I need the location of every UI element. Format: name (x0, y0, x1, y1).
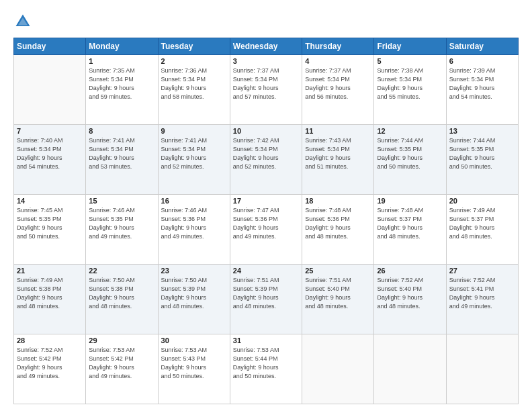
calendar-cell: 5Sunrise: 7:38 AM Sunset: 5:34 PM Daylig… (374, 55, 446, 125)
header-thursday: Thursday (302, 38, 374, 55)
day-info: Sunrise: 7:35 AM Sunset: 5:34 PM Dayligh… (89, 66, 154, 101)
header-friday: Friday (374, 38, 446, 55)
day-info: Sunrise: 7:51 AM Sunset: 5:40 PM Dayligh… (305, 276, 371, 311)
day-number: 28 (17, 336, 83, 345)
calendar-cell: 11Sunrise: 7:43 AM Sunset: 5:34 PM Dayli… (302, 125, 374, 195)
calendar-cell: 8Sunrise: 7:41 AM Sunset: 5:34 PM Daylig… (86, 125, 158, 195)
header-sunday: Sunday (14, 38, 86, 55)
day-info: Sunrise: 7:38 AM Sunset: 5:34 PM Dayligh… (377, 66, 443, 101)
day-number: 20 (449, 197, 515, 205)
header-monday: Monday (86, 38, 158, 55)
day-number: 18 (305, 197, 371, 205)
week-row-0: 1Sunrise: 7:35 AM Sunset: 5:34 PM Daylig… (14, 55, 519, 125)
page: Sunday Monday Tuesday Wednesday Thursday… (0, 0, 532, 411)
day-number: 4 (305, 57, 371, 65)
calendar-table: Sunday Monday Tuesday Wednesday Thursday… (13, 38, 519, 404)
calendar-cell (374, 334, 446, 404)
calendar-cell: 28Sunrise: 7:52 AM Sunset: 5:42 PM Dayli… (14, 334, 86, 404)
calendar-cell: 27Sunrise: 7:52 AM Sunset: 5:41 PM Dayli… (446, 265, 518, 334)
logo (13, 12, 35, 31)
calendar-cell: 18Sunrise: 7:48 AM Sunset: 5:36 PM Dayli… (302, 195, 374, 265)
day-info: Sunrise: 7:48 AM Sunset: 5:36 PM Dayligh… (305, 206, 371, 241)
day-number: 22 (89, 267, 154, 275)
generalblue-icon (13, 12, 32, 31)
day-info: Sunrise: 7:52 AM Sunset: 5:40 PM Dayligh… (377, 276, 443, 311)
day-info: Sunrise: 7:44 AM Sunset: 5:35 PM Dayligh… (449, 136, 515, 171)
day-info: Sunrise: 7:43 AM Sunset: 5:34 PM Dayligh… (305, 136, 371, 171)
day-number: 24 (233, 267, 299, 275)
day-number: 29 (89, 336, 154, 345)
day-info: Sunrise: 7:46 AM Sunset: 5:36 PM Dayligh… (161, 206, 227, 241)
day-info: Sunrise: 7:41 AM Sunset: 5:34 PM Dayligh… (161, 136, 227, 171)
calendar-cell: 23Sunrise: 7:50 AM Sunset: 5:39 PM Dayli… (158, 265, 230, 334)
day-number: 30 (161, 336, 227, 345)
calendar-cell: 7Sunrise: 7:40 AM Sunset: 5:34 PM Daylig… (14, 125, 86, 195)
calendar-cell: 2Sunrise: 7:36 AM Sunset: 5:34 PM Daylig… (158, 55, 230, 125)
calendar-cell: 10Sunrise: 7:42 AM Sunset: 5:34 PM Dayli… (230, 125, 302, 195)
day-info: Sunrise: 7:47 AM Sunset: 5:36 PM Dayligh… (233, 206, 299, 241)
day-number: 26 (377, 267, 443, 275)
header-tuesday: Tuesday (158, 38, 230, 55)
day-info: Sunrise: 7:49 AM Sunset: 5:38 PM Dayligh… (17, 276, 83, 311)
day-info: Sunrise: 7:41 AM Sunset: 5:34 PM Dayligh… (89, 136, 154, 171)
calendar-cell: 4Sunrise: 7:37 AM Sunset: 5:34 PM Daylig… (302, 55, 374, 125)
day-number: 21 (17, 267, 83, 275)
week-row-2: 14Sunrise: 7:45 AM Sunset: 5:35 PM Dayli… (14, 195, 519, 265)
day-info: Sunrise: 7:45 AM Sunset: 5:35 PM Dayligh… (17, 206, 83, 241)
day-number: 12 (377, 127, 443, 135)
day-info: Sunrise: 7:51 AM Sunset: 5:39 PM Dayligh… (233, 276, 299, 311)
day-number: 2 (161, 57, 227, 65)
calendar-cell: 25Sunrise: 7:51 AM Sunset: 5:40 PM Dayli… (302, 265, 374, 334)
week-row-3: 21Sunrise: 7:49 AM Sunset: 5:38 PM Dayli… (14, 265, 519, 334)
day-number: 25 (305, 267, 371, 275)
day-number: 27 (449, 267, 515, 275)
header (13, 12, 519, 31)
calendar-cell: 12Sunrise: 7:44 AM Sunset: 5:35 PM Dayli… (374, 125, 446, 195)
header-saturday: Saturday (446, 38, 518, 55)
day-info: Sunrise: 7:42 AM Sunset: 5:34 PM Dayligh… (233, 136, 299, 171)
day-number: 14 (17, 197, 83, 205)
day-number: 13 (449, 127, 515, 135)
day-info: Sunrise: 7:48 AM Sunset: 5:37 PM Dayligh… (377, 206, 443, 241)
calendar-cell (446, 334, 518, 404)
weekday-header-row: Sunday Monday Tuesday Wednesday Thursday… (14, 38, 519, 55)
calendar-cell: 13Sunrise: 7:44 AM Sunset: 5:35 PM Dayli… (446, 125, 518, 195)
day-info: Sunrise: 7:52 AM Sunset: 5:41 PM Dayligh… (449, 276, 515, 311)
calendar-cell: 22Sunrise: 7:50 AM Sunset: 5:38 PM Dayli… (86, 265, 158, 334)
calendar-cell: 3Sunrise: 7:37 AM Sunset: 5:34 PM Daylig… (230, 55, 302, 125)
day-info: Sunrise: 7:53 AM Sunset: 5:43 PM Dayligh… (161, 346, 227, 381)
day-number: 1 (89, 57, 154, 65)
calendar-cell: 31Sunrise: 7:53 AM Sunset: 5:44 PM Dayli… (230, 334, 302, 404)
day-number: 6 (449, 57, 515, 65)
day-info: Sunrise: 7:50 AM Sunset: 5:39 PM Dayligh… (161, 276, 227, 311)
day-number: 8 (89, 127, 154, 135)
day-info: Sunrise: 7:46 AM Sunset: 5:35 PM Dayligh… (89, 206, 154, 241)
day-info: Sunrise: 7:36 AM Sunset: 5:34 PM Dayligh… (161, 66, 227, 101)
calendar-cell (14, 55, 86, 125)
calendar-cell: 30Sunrise: 7:53 AM Sunset: 5:43 PM Dayli… (158, 334, 230, 404)
day-info: Sunrise: 7:49 AM Sunset: 5:37 PM Dayligh… (449, 206, 515, 241)
calendar-cell: 6Sunrise: 7:39 AM Sunset: 5:34 PM Daylig… (446, 55, 518, 125)
calendar-cell: 15Sunrise: 7:46 AM Sunset: 5:35 PM Dayli… (86, 195, 158, 265)
day-number: 16 (161, 197, 227, 205)
day-info: Sunrise: 7:53 AM Sunset: 5:44 PM Dayligh… (233, 346, 299, 381)
header-wednesday: Wednesday (230, 38, 302, 55)
day-number: 11 (305, 127, 371, 135)
day-number: 10 (233, 127, 299, 135)
day-info: Sunrise: 7:53 AM Sunset: 5:42 PM Dayligh… (89, 346, 154, 381)
day-number: 31 (233, 336, 299, 345)
day-info: Sunrise: 7:37 AM Sunset: 5:34 PM Dayligh… (233, 66, 299, 101)
day-info: Sunrise: 7:39 AM Sunset: 5:34 PM Dayligh… (449, 66, 515, 101)
day-number: 17 (233, 197, 299, 205)
day-number: 9 (161, 127, 227, 135)
day-number: 19 (377, 197, 443, 205)
day-number: 7 (17, 127, 83, 135)
week-row-4: 28Sunrise: 7:52 AM Sunset: 5:42 PM Dayli… (14, 334, 519, 404)
calendar-cell: 16Sunrise: 7:46 AM Sunset: 5:36 PM Dayli… (158, 195, 230, 265)
day-number: 3 (233, 57, 299, 65)
day-info: Sunrise: 7:44 AM Sunset: 5:35 PM Dayligh… (377, 136, 443, 171)
day-info: Sunrise: 7:37 AM Sunset: 5:34 PM Dayligh… (305, 66, 371, 101)
day-number: 5 (377, 57, 443, 65)
calendar-cell: 9Sunrise: 7:41 AM Sunset: 5:34 PM Daylig… (158, 125, 230, 195)
day-info: Sunrise: 7:50 AM Sunset: 5:38 PM Dayligh… (89, 276, 154, 311)
